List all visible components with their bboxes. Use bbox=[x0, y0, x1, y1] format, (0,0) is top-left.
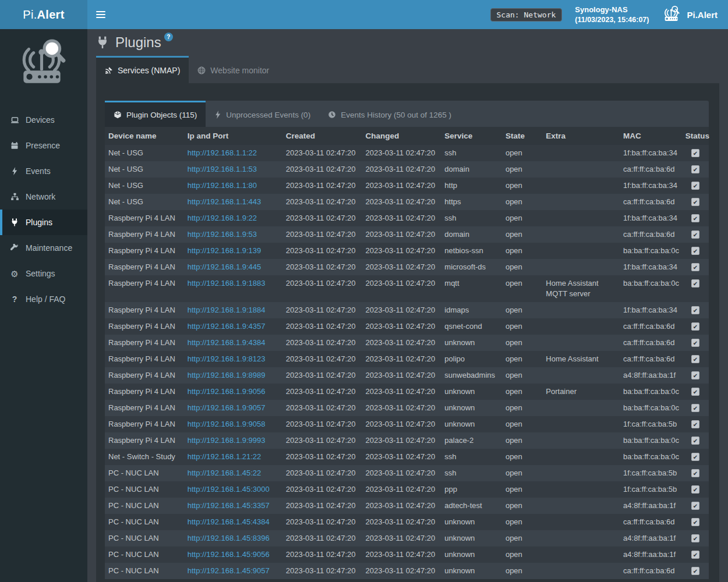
sidebar-item-plugins[interactable]: Plugins bbox=[0, 210, 87, 235]
ip-port-link[interactable]: http://192.168.1.45:4384 bbox=[188, 517, 270, 526]
cell-device-name: PC - NUC LAN bbox=[105, 530, 184, 546]
sidebar-item-help-faq[interactable]: ?Help / FAQ bbox=[0, 286, 87, 312]
cell-changed: 2023-03-11 02:47:20 bbox=[362, 416, 441, 432]
app-logo-text: Pi.Alert bbox=[23, 8, 64, 22]
topbar-right: Scan: Network Synology-NAS (11/03/2023, … bbox=[490, 0, 728, 29]
ip-port-link[interactable]: http://192.168.1.9:445 bbox=[188, 262, 261, 271]
status-checkbox[interactable]: ✔ bbox=[691, 355, 699, 363]
ip-port-link[interactable]: http://192.168.1.21:22 bbox=[188, 452, 261, 461]
cell-extra bbox=[542, 465, 620, 481]
ip-port-link[interactable]: http://192.168.1.9:1883 bbox=[188, 279, 266, 288]
status-checkbox[interactable]: ✔ bbox=[691, 502, 699, 510]
subtab-plugin-objects-115[interactable]: Plugin Objects (115) bbox=[105, 101, 206, 127]
status-checkbox[interactable]: ✔ bbox=[691, 214, 699, 222]
cell-created: 2023-03-11 02:47:20 bbox=[282, 259, 362, 275]
cell-created: 2023-03-11 02:47:20 bbox=[282, 514, 362, 530]
ip-port-link[interactable]: http://192.168.1.1:443 bbox=[188, 197, 261, 206]
ip-port-link[interactable]: http://192.168.1.9:9058 bbox=[188, 420, 266, 428]
subtab-events-history-50-out-of-1265[interactable]: Events History (50 out of 1265 ) bbox=[319, 101, 460, 127]
ip-port-link[interactable]: http://192.168.1.9:8989 bbox=[188, 371, 266, 379]
sidebar-item-network[interactable]: Network bbox=[0, 184, 87, 210]
status-checkbox[interactable]: ✔ bbox=[691, 485, 699, 494]
cell-created: 2023-03-11 02:47:20 bbox=[282, 194, 362, 210]
ip-port-link[interactable]: http://192.168.1.9:9056 bbox=[188, 387, 266, 396]
cell-status: ✔ bbox=[682, 530, 709, 546]
sidebar-item-events[interactable]: Events bbox=[0, 158, 87, 184]
sidebar-item-presence[interactable]: Presence bbox=[0, 133, 87, 158]
plugin-table-body: Net - USGhttp://192.168.1.1:222023-03-11… bbox=[105, 145, 709, 579]
cell-state: open bbox=[502, 318, 542, 335]
status-checkbox[interactable]: ✔ bbox=[691, 198, 699, 206]
brand[interactable]: Pi.Alert bbox=[662, 5, 718, 24]
ip-port-link[interactable]: http://192.168.1.45:8396 bbox=[188, 534, 270, 542]
ip-port-link[interactable]: http://192.168.1.45:9057 bbox=[188, 566, 270, 575]
status-checkbox[interactable]: ✔ bbox=[691, 534, 699, 542]
status-checkbox[interactable]: ✔ bbox=[691, 371, 699, 379]
ip-port-link[interactable]: http://192.168.1.9:139 bbox=[188, 246, 261, 255]
cell-device-name: Net - USG bbox=[105, 178, 184, 194]
ip-port-link[interactable]: http://192.168.1.9:4357 bbox=[188, 322, 266, 331]
status-checkbox[interactable]: ✔ bbox=[691, 518, 699, 526]
ip-port-link[interactable]: http://192.168.1.45:3357 bbox=[188, 501, 270, 510]
app-logo[interactable]: Pi.Alert bbox=[0, 0, 87, 29]
status-checkbox[interactable]: ✔ bbox=[691, 247, 699, 255]
status-checkbox[interactable]: ✔ bbox=[691, 149, 699, 157]
ip-port-link[interactable]: http://192.168.1.1:53 bbox=[188, 165, 257, 173]
status-checkbox[interactable]: ✔ bbox=[691, 404, 699, 412]
cell-mac: a4:8f:ff:aa:ba:1f bbox=[620, 367, 682, 384]
status-checkbox[interactable]: ✔ bbox=[691, 388, 699, 396]
cell-device-name: PC - NUC LAN bbox=[105, 465, 184, 481]
ip-port-link[interactable]: http://192.168.1.9:1884 bbox=[188, 306, 266, 314]
cell-device-name: Raspberry Pi 4 LAN bbox=[105, 416, 184, 432]
sidebar-item-devices[interactable]: Devices bbox=[0, 107, 87, 133]
status-checkbox[interactable]: ✔ bbox=[691, 165, 699, 173]
status-checkbox[interactable]: ✔ bbox=[691, 182, 699, 190]
cell-mac: ca:ff:ff:ca:ba:6d bbox=[620, 563, 682, 579]
table-row: Net - USGhttp://192.168.1.1:802023-03-11… bbox=[105, 178, 709, 194]
cell-changed: 2023-03-11 02:47:20 bbox=[362, 432, 441, 449]
status-checkbox[interactable]: ✔ bbox=[691, 263, 699, 271]
sidebar-toggle-button[interactable] bbox=[87, 0, 114, 29]
ip-port-link[interactable]: http://192.168.1.45:3000 bbox=[188, 485, 270, 494]
ip-port-link[interactable]: http://192.168.1.9:22 bbox=[188, 214, 257, 222]
status-checkbox[interactable]: ✔ bbox=[691, 306, 699, 314]
column-header-ip-and-port: Ip and Port bbox=[184, 127, 282, 145]
tab-website-monitor[interactable]: Website monitor bbox=[189, 56, 278, 83]
status-checkbox[interactable]: ✔ bbox=[691, 230, 699, 239]
cell-device-name: Raspberry Pi 4 LAN bbox=[105, 226, 184, 243]
cell-mac: ba:ba:ff:ca:ba:0c bbox=[620, 449, 682, 465]
cell-service: https bbox=[441, 194, 502, 210]
status-checkbox[interactable]: ✔ bbox=[691, 453, 699, 461]
ip-port-link[interactable]: http://192.168.1.9:53 bbox=[188, 230, 257, 239]
ip-port-link[interactable]: http://192.168.1.45:9056 bbox=[188, 550, 270, 559]
page-header: Plugins ? bbox=[96, 29, 719, 56]
cell-status: ✔ bbox=[682, 351, 709, 367]
globe-icon bbox=[197, 66, 206, 74]
status-checkbox[interactable]: ✔ bbox=[691, 339, 699, 347]
help-badge[interactable]: ? bbox=[164, 33, 173, 41]
cell-ip-port: http://192.168.1.9:4384 bbox=[184, 335, 282, 351]
cell-ip-port: http://192.168.1.9:8123 bbox=[184, 351, 282, 367]
status-checkbox[interactable]: ✔ bbox=[691, 322, 699, 331]
ip-port-link[interactable]: http://192.168.1.1:22 bbox=[188, 148, 257, 157]
subtab-unprocessed-events-0[interactable]: Unprocessed Events (0) bbox=[206, 101, 319, 127]
status-checkbox[interactable]: ✔ bbox=[691, 279, 699, 288]
sidebar-item-maintenance[interactable]: Maintenance bbox=[0, 235, 87, 261]
table-row: Net - USGhttp://192.168.1.1:222023-03-11… bbox=[105, 145, 709, 161]
ip-port-link[interactable]: http://192.168.1.45:22 bbox=[188, 469, 261, 477]
ip-port-link[interactable]: http://192.168.1.9:4384 bbox=[188, 338, 266, 347]
status-checkbox[interactable]: ✔ bbox=[691, 551, 699, 559]
ip-port-link[interactable]: http://192.168.1.1:80 bbox=[188, 181, 257, 190]
status-checkbox[interactable]: ✔ bbox=[691, 436, 699, 445]
cell-state: open bbox=[502, 161, 542, 178]
ip-port-link[interactable]: http://192.168.1.9:9993 bbox=[188, 436, 266, 445]
status-checkbox[interactable]: ✔ bbox=[691, 567, 699, 575]
ip-port-link[interactable]: http://192.168.1.9:8123 bbox=[188, 354, 266, 363]
ip-port-link[interactable]: http://192.168.1.9:9057 bbox=[188, 403, 266, 412]
cube-icon bbox=[114, 111, 122, 119]
status-checkbox[interactable]: ✔ bbox=[691, 469, 699, 477]
sidebar-item-settings[interactable]: ⚙Settings bbox=[0, 261, 87, 286]
cell-device-name: Raspberry Pi 4 LAN bbox=[105, 275, 184, 302]
status-checkbox[interactable]: ✔ bbox=[691, 420, 699, 428]
tab-services-nmap[interactable]: Services (NMAP) bbox=[96, 56, 189, 83]
